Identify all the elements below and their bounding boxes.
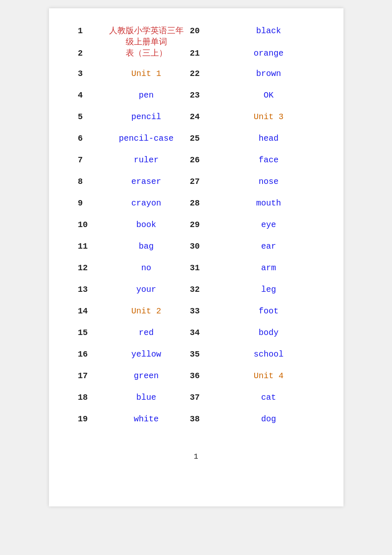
- word-right: leg: [219, 285, 319, 294]
- row-number-right: 27: [186, 177, 219, 186]
- table-row: 6pencil-case25head: [74, 134, 319, 155]
- word-list: 1人教版小学英语三年级上册单词20black2表（三上）21orange3Uni…: [74, 25, 319, 436]
- row-number-right: 32: [186, 285, 219, 294]
- table-row: 5pencil24Unit 3: [74, 112, 319, 134]
- row-number-right: 36: [186, 371, 219, 381]
- word-left: pen: [107, 90, 186, 100]
- word-right: OK: [219, 90, 319, 100]
- row-number-right: 21: [186, 49, 219, 58]
- row-number-left: 1: [74, 26, 107, 36]
- row-number-right: 20: [186, 26, 219, 36]
- row-number-right: 29: [186, 220, 219, 230]
- word-right: school: [219, 350, 319, 359]
- word-right: Unit 4: [219, 371, 319, 381]
- word-left: Unit 2: [107, 306, 186, 316]
- row-number-right: 31: [186, 263, 219, 273]
- row-number-left: 9: [74, 198, 107, 208]
- word-left: 表（三上）: [107, 47, 186, 59]
- word-left: book: [107, 220, 186, 230]
- row-number-right: 26: [186, 155, 219, 165]
- table-row: 3Unit 122brown: [74, 69, 319, 90]
- row-number-left: 6: [74, 134, 107, 143]
- row-number-left: 17: [74, 371, 107, 381]
- table-row: 19white38dog: [74, 414, 319, 436]
- word-left: red: [107, 328, 186, 337]
- word-left: green: [107, 371, 186, 381]
- word-right: dog: [219, 414, 319, 424]
- row-number-left: 11: [74, 242, 107, 251]
- word-left: eraser: [107, 177, 186, 186]
- word-left: crayon: [107, 198, 186, 208]
- page: 1人教版小学英语三年级上册单词20black2表（三上）21orange3Uni…: [49, 8, 343, 506]
- row-number-right: 30: [186, 242, 219, 251]
- word-left: no: [107, 263, 186, 273]
- table-row: 1人教版小学英语三年级上册单词20black: [74, 25, 319, 47]
- row-number-left: 3: [74, 69, 107, 78]
- row-number-left: 14: [74, 306, 107, 316]
- word-right: black: [219, 26, 319, 36]
- word-left: yellow: [107, 350, 186, 359]
- row-number-right: 23: [186, 90, 219, 100]
- table-row: 9crayon28mouth: [74, 198, 319, 220]
- word-right: eye: [219, 220, 319, 230]
- word-left: Unit 1: [107, 69, 186, 78]
- word-right: ear: [219, 242, 319, 251]
- table-row: 17green36Unit 4: [74, 371, 319, 393]
- word-left: pencil: [107, 112, 186, 122]
- row-number-right: 33: [186, 306, 219, 316]
- row-number-left: 5: [74, 112, 107, 122]
- table-row: 4pen23OK: [74, 90, 319, 112]
- word-right: cat: [219, 393, 319, 402]
- word-left: 人教版小学英语三年级上册单词: [107, 25, 186, 47]
- row-number-right: 24: [186, 112, 219, 122]
- word-right: Unit 3: [219, 112, 319, 122]
- table-row: 11bag30ear: [74, 242, 319, 263]
- table-row: 12no31arm: [74, 263, 319, 285]
- word-right: foot: [219, 306, 319, 316]
- table-row: 13your32leg: [74, 285, 319, 306]
- word-left: blue: [107, 393, 186, 402]
- word-right: nose: [219, 177, 319, 186]
- row-number-left: 13: [74, 285, 107, 294]
- table-row: 16yellow35school: [74, 350, 319, 371]
- row-number-left: 19: [74, 414, 107, 424]
- word-right: brown: [219, 69, 319, 78]
- table-row: 10book29eye: [74, 220, 319, 242]
- word-right: orange: [219, 49, 319, 58]
- word-left: your: [107, 285, 186, 294]
- word-left: white: [107, 414, 186, 424]
- row-number-left: 18: [74, 393, 107, 402]
- word-left: bag: [107, 242, 186, 251]
- row-number-right: 34: [186, 328, 219, 337]
- row-number-left: 12: [74, 263, 107, 273]
- row-number-left: 8: [74, 177, 107, 186]
- word-right: head: [219, 134, 319, 143]
- table-row: 8eraser27nose: [74, 177, 319, 198]
- row-number-right: 22: [186, 69, 219, 78]
- table-row: 7ruler26face: [74, 155, 319, 177]
- row-number-right: 38: [186, 414, 219, 424]
- row-number-right: 28: [186, 198, 219, 208]
- row-number-left: 7: [74, 155, 107, 165]
- word-right: arm: [219, 263, 319, 273]
- word-left: ruler: [107, 155, 186, 165]
- row-number-left: 2: [74, 49, 107, 58]
- word-left: pencil-case: [107, 134, 186, 143]
- row-number-left: 15: [74, 328, 107, 337]
- page-number: 1: [74, 452, 319, 461]
- row-number-right: 35: [186, 350, 219, 359]
- row-number-left: 16: [74, 350, 107, 359]
- row-number-left: 4: [74, 90, 107, 100]
- row-number-right: 37: [186, 393, 219, 402]
- word-right: face: [219, 155, 319, 165]
- row-number-left: 10: [74, 220, 107, 230]
- table-row: 18blue37cat: [74, 393, 319, 414]
- table-row: 15red34body: [74, 328, 319, 350]
- row-number-right: 25: [186, 134, 219, 143]
- word-right: body: [219, 328, 319, 337]
- table-row: 14Unit 233foot: [74, 306, 319, 328]
- table-row: 2表（三上）21orange: [74, 47, 319, 69]
- word-right: mouth: [219, 198, 319, 208]
